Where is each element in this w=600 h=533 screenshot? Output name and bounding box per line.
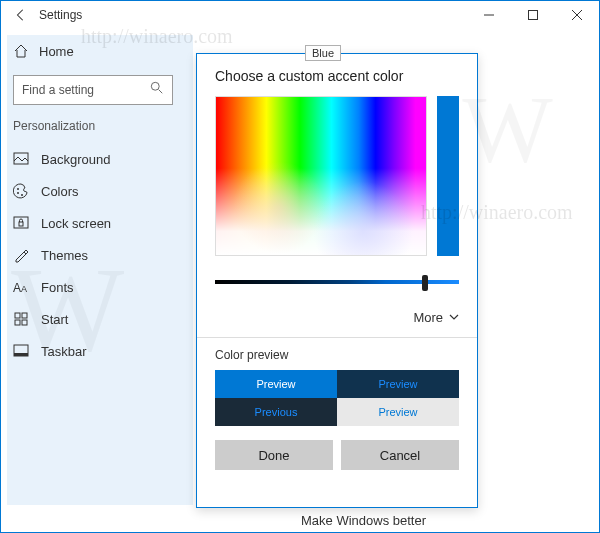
divider bbox=[197, 337, 477, 338]
more-toggle[interactable]: More bbox=[215, 310, 459, 325]
svg-rect-0 bbox=[529, 11, 538, 20]
cancel-button[interactable]: Cancel bbox=[341, 440, 459, 470]
search-input[interactable]: Find a setting bbox=[13, 75, 173, 105]
lock-screen-icon bbox=[13, 215, 29, 231]
done-button[interactable]: Done bbox=[215, 440, 333, 470]
svg-text:A: A bbox=[13, 281, 21, 295]
themes-icon bbox=[13, 247, 29, 263]
svg-rect-15 bbox=[14, 353, 28, 356]
home-label: Home bbox=[39, 44, 74, 59]
preview-tile: Previous bbox=[215, 398, 337, 426]
preview-tile: Preview bbox=[337, 370, 459, 398]
color-canvas[interactable] bbox=[215, 96, 427, 256]
svg-rect-11 bbox=[22, 313, 27, 318]
sidebar-item-taskbar[interactable]: Taskbar bbox=[13, 335, 181, 367]
taskbar-icon bbox=[13, 343, 29, 359]
more-label: More bbox=[413, 310, 443, 325]
hue-slider[interactable] bbox=[215, 280, 459, 292]
fonts-icon: AA bbox=[13, 279, 29, 295]
svg-point-3 bbox=[17, 188, 19, 190]
colors-icon bbox=[13, 183, 29, 199]
sidebar-item-label: Themes bbox=[41, 248, 88, 263]
window-controls bbox=[467, 1, 599, 29]
preview-label: Color preview bbox=[215, 348, 459, 362]
tooltip: Blue bbox=[305, 45, 341, 61]
minimize-button[interactable] bbox=[467, 1, 511, 29]
sidebar-item-label: Background bbox=[41, 152, 110, 167]
sidebar-item-label: Start bbox=[41, 312, 68, 327]
sidebar: Home Find a setting Personalization Back… bbox=[1, 29, 181, 532]
home-icon bbox=[13, 43, 29, 59]
svg-point-1 bbox=[151, 82, 159, 90]
preview-grid: Preview Preview Previous Preview bbox=[215, 370, 459, 426]
svg-point-4 bbox=[17, 192, 19, 194]
sidebar-item-start[interactable]: Start bbox=[13, 303, 181, 335]
svg-point-5 bbox=[21, 194, 23, 196]
chevron-down-icon bbox=[449, 310, 459, 325]
value-slider[interactable] bbox=[437, 96, 459, 256]
sidebar-item-label: Colors bbox=[41, 184, 79, 199]
start-icon bbox=[13, 311, 29, 327]
hue-thumb[interactable] bbox=[422, 275, 428, 291]
background-icon bbox=[13, 151, 29, 167]
settings-window: Settings Home Find a setting Personaliza… bbox=[0, 0, 600, 533]
window-title: Settings bbox=[39, 8, 82, 22]
search-icon bbox=[150, 81, 164, 99]
sidebar-item-fonts[interactable]: AA Fonts bbox=[13, 271, 181, 303]
svg-rect-12 bbox=[15, 320, 20, 325]
color-picker-dialog: Choose a custom accent color More Color … bbox=[196, 53, 478, 508]
sidebar-item-background[interactable]: Background bbox=[13, 143, 181, 175]
preview-tile: Preview bbox=[337, 398, 459, 426]
svg-rect-13 bbox=[22, 320, 27, 325]
footer-text: Make Windows better bbox=[301, 513, 426, 528]
svg-rect-7 bbox=[19, 222, 23, 226]
sidebar-item-colors[interactable]: Colors bbox=[13, 175, 181, 207]
sidebar-item-label: Lock screen bbox=[41, 216, 111, 231]
svg-rect-10 bbox=[15, 313, 20, 318]
maximize-button[interactable] bbox=[511, 1, 555, 29]
svg-text:A: A bbox=[21, 284, 27, 294]
close-button[interactable] bbox=[555, 1, 599, 29]
back-button[interactable] bbox=[9, 8, 33, 22]
titlebar: Settings bbox=[1, 1, 599, 29]
home-button[interactable]: Home bbox=[13, 37, 181, 65]
search-placeholder: Find a setting bbox=[22, 83, 94, 97]
dialog-title: Choose a custom accent color bbox=[215, 68, 459, 84]
preview-tile: Preview bbox=[215, 370, 337, 398]
sidebar-item-label: Fonts bbox=[41, 280, 74, 295]
sidebar-item-lockscreen[interactable]: Lock screen bbox=[13, 207, 181, 239]
section-label: Personalization bbox=[13, 119, 181, 133]
sidebar-item-label: Taskbar bbox=[41, 344, 87, 359]
sidebar-item-themes[interactable]: Themes bbox=[13, 239, 181, 271]
